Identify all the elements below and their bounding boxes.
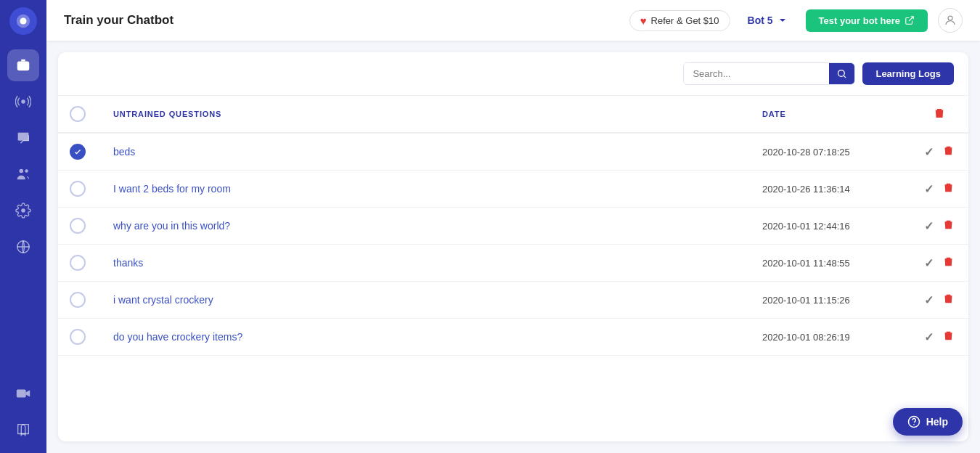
sidebar-item-users[interactable]: [7, 158, 39, 190]
col-question-header: UNTRAINED QUESTIONS: [102, 96, 751, 133]
action-btns-4: ✓: [922, 256, 957, 271]
sidebar-item-globe[interactable]: [7, 231, 39, 263]
delete-button-2[interactable]: [942, 181, 955, 197]
delete-button-6[interactable]: [942, 330, 955, 345]
delete-all-icon[interactable]: [933, 107, 946, 121]
external-link-icon: [905, 15, 915, 25]
question-text-2: I want 2 beds for my room: [102, 171, 751, 208]
bot-label: Bot 5: [748, 15, 773, 26]
sidebar-item-chat[interactable]: [7, 122, 39, 154]
approve-button-5[interactable]: ✓: [924, 293, 934, 307]
help-icon: [907, 415, 920, 428]
approve-button-3[interactable]: ✓: [924, 219, 934, 233]
date-text-5: 2020-10-01 11:15:26: [751, 282, 910, 319]
row-checkbox-6[interactable]: [70, 329, 86, 345]
question-text-6: do you have crockery items?: [102, 319, 751, 356]
trash-icon: [942, 293, 955, 305]
test-bot-button[interactable]: Test your bot here: [806, 9, 928, 32]
action-btns-1: ✓: [922, 144, 957, 160]
chevron-down-icon: [777, 15, 788, 26]
col-date-header: DATE: [751, 96, 910, 133]
bot-selector[interactable]: Bot 5: [740, 11, 796, 30]
approve-button-1[interactable]: ✓: [924, 145, 934, 159]
date-text-1: 2020-10-28 07:18:25: [751, 133, 910, 171]
svg-point-4: [24, 65, 26, 68]
trash-icon: [942, 330, 955, 342]
delete-button-1[interactable]: [942, 144, 955, 160]
svg-rect-2: [17, 62, 30, 71]
page-title: Train your Chatbot: [64, 13, 619, 28]
help-button[interactable]: Help: [893, 408, 963, 436]
question-text-4: thanks: [102, 245, 751, 282]
search-wrap: [683, 62, 855, 85]
trash-icon: [942, 181, 955, 194]
svg-point-7: [25, 169, 28, 173]
sidebar-item-video[interactable]: [7, 378, 39, 409]
sidebar-item-settings[interactable]: [7, 195, 39, 226]
trash-icon: [942, 219, 955, 231]
approve-button-6[interactable]: ✓: [924, 330, 934, 344]
row-checkbox-5[interactable]: [70, 292, 86, 308]
user-icon: [944, 14, 957, 27]
row-checkbox-2[interactable]: [70, 181, 86, 197]
date-text-6: 2020-10-01 08:26:19: [751, 319, 910, 356]
content-area: Learning Logs UNTRAINED QUESTIONS DATE: [58, 52, 968, 441]
svg-point-3: [20, 65, 23, 68]
search-button[interactable]: [829, 63, 854, 84]
svg-point-10: [948, 16, 952, 20]
top-nav: Train your Chatbot ♥ Refer & Get $10 Bot…: [46, 0, 980, 41]
svg-point-6: [20, 169, 24, 174]
sidebar-item-book[interactable]: [7, 414, 39, 446]
check-icon: [73, 147, 82, 156]
test-bot-label: Test your bot here: [819, 15, 900, 26]
refer-button[interactable]: ♥ Refer & Get $10: [629, 10, 730, 31]
table-row: i want crystal crockery2020-10-01 11:15:…: [58, 282, 968, 319]
user-avatar[interactable]: [938, 8, 963, 33]
help-label: Help: [926, 416, 948, 428]
refer-label: Refer & Get $10: [651, 15, 719, 26]
delete-button-5[interactable]: [942, 293, 955, 308]
svg-point-1: [20, 17, 26, 24]
app-logo: [9, 7, 37, 35]
table-row: beds2020-10-28 07:18:25 ✓: [58, 133, 968, 171]
row-checkbox-4[interactable]: [70, 255, 86, 271]
svg-point-13: [913, 424, 915, 425]
question-text-5: i want crystal crockery: [102, 282, 751, 319]
header-delete-area: [922, 107, 957, 121]
table-row: do you have crockery items?2020-10-01 08…: [58, 319, 968, 356]
heart-icon: ♥: [640, 15, 647, 27]
questions-table: UNTRAINED QUESTIONS DATE beds2020-10-28 …: [58, 96, 968, 356]
table-container: UNTRAINED QUESTIONS DATE beds2020-10-28 …: [58, 96, 968, 441]
svg-point-11: [838, 70, 845, 77]
main-area: Train your Chatbot ♥ Refer & Get $10 Bot…: [46, 0, 980, 453]
table-row: why are you in this world?2020-10-01 12:…: [58, 208, 968, 245]
action-btns-5: ✓: [922, 293, 957, 308]
search-input[interactable]: [684, 63, 829, 84]
sidebar-item-broadcast[interactable]: [7, 86, 39, 118]
sidebar-item-bot[interactable]: [7, 49, 39, 81]
date-text-2: 2020-10-26 11:36:14: [751, 171, 910, 208]
toolbar: Learning Logs: [58, 52, 968, 96]
delete-button-3[interactable]: [942, 219, 955, 234]
date-text-3: 2020-10-01 12:44:16: [751, 208, 910, 245]
action-btns-6: ✓: [922, 330, 957, 345]
approve-button-2[interactable]: ✓: [924, 182, 934, 196]
table-row: I want 2 beds for my room2020-10-26 11:3…: [58, 171, 968, 208]
table-row: thanks2020-10-01 11:48:55 ✓: [58, 245, 968, 282]
row-checkbox-1[interactable]: [70, 144, 86, 160]
action-btns-2: ✓: [922, 181, 957, 197]
trash-icon: [942, 256, 955, 268]
trash-icon: [942, 144, 955, 157]
row-checkbox-3[interactable]: [70, 218, 86, 234]
date-text-4: 2020-10-01 11:48:55: [751, 245, 910, 282]
sidebar: [0, 0, 46, 453]
select-all-checkbox[interactable]: [70, 106, 86, 122]
question-text-3: why are you in this world?: [102, 208, 751, 245]
svg-rect-9: [17, 390, 26, 398]
action-btns-3: ✓: [922, 219, 957, 234]
learning-logs-button[interactable]: Learning Logs: [862, 62, 954, 85]
svg-point-5: [21, 99, 25, 104]
question-text-1: beds: [102, 133, 751, 171]
delete-button-4[interactable]: [942, 256, 955, 271]
approve-button-4[interactable]: ✓: [924, 256, 934, 270]
